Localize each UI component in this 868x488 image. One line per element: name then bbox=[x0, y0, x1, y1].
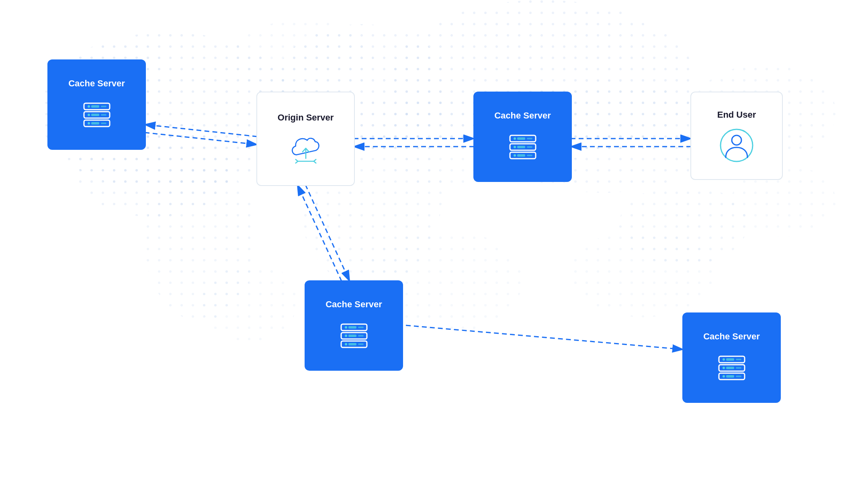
svg-point-69 bbox=[723, 375, 725, 378]
svg-rect-37 bbox=[527, 138, 532, 139]
svg-rect-62 bbox=[726, 358, 734, 361]
cache-server-bottom-center-icon bbox=[336, 317, 372, 353]
svg-rect-27 bbox=[101, 114, 106, 116]
origin-server-icon bbox=[288, 131, 324, 167]
svg-rect-26 bbox=[91, 114, 99, 116]
cache-server-topleft-icon bbox=[79, 96, 115, 133]
svg-rect-59 bbox=[358, 343, 364, 345]
arrow-origin-to-cachetl bbox=[145, 125, 257, 137]
end-user-node: End User bbox=[690, 92, 783, 180]
svg-rect-54 bbox=[348, 335, 356, 337]
origin-server-title: Origin Server bbox=[278, 112, 334, 123]
arrow-cachebottom-to-origin bbox=[297, 185, 342, 281]
svg-point-49 bbox=[345, 326, 347, 329]
cache-server-center-node: Cache Server bbox=[473, 92, 572, 182]
cache-server-bottom-right-node: Cache Server bbox=[682, 312, 781, 403]
svg-point-35 bbox=[514, 137, 516, 140]
svg-rect-23 bbox=[101, 106, 106, 107]
svg-rect-31 bbox=[101, 123, 106, 124]
svg-point-47 bbox=[732, 135, 741, 145]
svg-point-43 bbox=[514, 154, 516, 157]
end-user-title: End User bbox=[717, 110, 756, 120]
cache-server-topleft-title: Cache Server bbox=[68, 78, 125, 89]
svg-rect-30 bbox=[91, 122, 99, 125]
svg-point-61 bbox=[723, 358, 725, 361]
cache-server-bottom-center-node: Cache Server bbox=[305, 280, 403, 371]
origin-server-node: Origin Server bbox=[256, 92, 355, 186]
svg-point-12 bbox=[201, 261, 297, 341]
svg-rect-36 bbox=[517, 137, 525, 140]
svg-rect-71 bbox=[736, 376, 741, 377]
cache-server-bottom-right-icon bbox=[714, 349, 750, 386]
svg-point-25 bbox=[88, 114, 90, 116]
arrow-cachebottom-to-cachebr bbox=[406, 325, 683, 349]
svg-rect-45 bbox=[527, 155, 532, 156]
svg-point-39 bbox=[514, 146, 516, 148]
svg-point-8 bbox=[619, 185, 747, 265]
arrow-cachetl-to-origin bbox=[145, 133, 257, 145]
svg-point-14 bbox=[571, 229, 715, 317]
svg-rect-67 bbox=[736, 367, 741, 369]
cache-server-center-icon bbox=[505, 129, 541, 165]
svg-point-65 bbox=[723, 367, 725, 369]
svg-rect-70 bbox=[726, 375, 734, 378]
arrow-origin-to-cachebottom bbox=[305, 185, 350, 281]
svg-rect-66 bbox=[726, 367, 734, 369]
cache-server-bottom-center-title: Cache Server bbox=[326, 299, 382, 310]
svg-rect-50 bbox=[348, 326, 356, 329]
svg-point-6 bbox=[145, 161, 257, 321]
cache-server-topleft-node: Cache Server bbox=[47, 59, 146, 150]
diagram-container: Cache Server Origin Server bbox=[0, 0, 868, 488]
svg-rect-44 bbox=[517, 154, 525, 157]
svg-point-29 bbox=[88, 122, 90, 125]
svg-point-21 bbox=[88, 105, 90, 108]
svg-rect-40 bbox=[517, 146, 525, 148]
svg-point-53 bbox=[345, 335, 347, 337]
svg-point-57 bbox=[345, 343, 347, 345]
cache-server-bottom-right-title: Cache Server bbox=[703, 331, 760, 342]
svg-rect-58 bbox=[348, 343, 356, 345]
svg-rect-63 bbox=[736, 359, 741, 360]
end-user-icon bbox=[719, 127, 755, 163]
cache-server-center-title: Cache Server bbox=[494, 110, 551, 121]
svg-point-10 bbox=[229, 20, 374, 100]
svg-rect-51 bbox=[358, 327, 364, 328]
svg-rect-41 bbox=[527, 146, 532, 148]
svg-rect-22 bbox=[91, 105, 99, 108]
svg-rect-55 bbox=[358, 335, 364, 337]
